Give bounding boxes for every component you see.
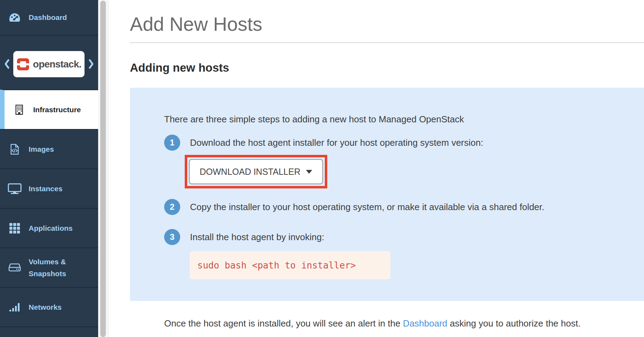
sidebar-item-networks[interactable]: Networks (0, 287, 98, 327)
grid-icon (8, 222, 22, 234)
sidebar-item-applications[interactable]: Applications (0, 208, 98, 248)
sidebar-item-instances[interactable]: Instances (0, 168, 98, 208)
step-2-badge: 2 (164, 199, 180, 215)
openstack-logo[interactable]: openstack. (13, 51, 85, 77)
building-icon (12, 104, 26, 116)
instructions-panel: There are three simple steps to adding a… (130, 88, 644, 301)
sidebar-next-item-partial (0, 327, 98, 337)
sidebar-item-images[interactable]: Images (0, 129, 98, 168)
chevron-right-icon[interactable] (88, 59, 94, 69)
sidebar-item-volumes-snapshots[interactable]: Volumes & Snapshots (0, 248, 98, 287)
sidebar-item-label: Instances (29, 183, 63, 195)
sidebar-item-label: Applications (29, 222, 73, 234)
gauge-icon (8, 12, 22, 23)
sidebar-item-infrastructure[interactable]: Infrastructure (0, 89, 98, 129)
red-highlight-annotation: DOWNLOAD INSTALLER (185, 155, 327, 188)
monitor-icon (8, 183, 22, 195)
step-3-row: 3 Install the host agent by invoking: (164, 229, 630, 245)
install-command-code: sudo bash <path to installer> (190, 251, 390, 279)
scrollbar-track (98, 0, 109, 337)
step-2-row: 2 Copy the installer to your host operat… (164, 199, 630, 215)
step-3-text: Install the host agent by invoking: (190, 232, 324, 243)
download-installer-button[interactable]: DOWNLOAD INSTALLER (189, 159, 323, 184)
panel-intro: There are three simple steps to adding a… (164, 113, 630, 126)
step-3-badge: 3 (164, 229, 180, 245)
sidebar-item-dashboard[interactable]: Dashboard (0, 0, 98, 35)
sidebar-item-label: Images (29, 143, 54, 155)
step-1-badge: 1 (164, 135, 180, 151)
footer-note: Once the host agent is installed, you wi… (164, 317, 630, 330)
signal-bars-icon (8, 302, 22, 312)
download-installer-label: DOWNLOAD INSTALLER (200, 167, 300, 177)
page-title: Add New Hosts (109, 0, 644, 34)
step-1-text: Download the host agent installer for yo… (190, 137, 483, 148)
caret-down-icon (306, 170, 312, 174)
sidebar-item-label: Infrastructure (33, 104, 81, 116)
footer-text-after: asking you to authorize the host. (447, 318, 581, 329)
sidebar-item-label: Volumes & Snapshots (29, 256, 93, 279)
step-2-text: Copy the installer to your host operatin… (190, 202, 544, 213)
chevron-left-icon[interactable] (4, 59, 10, 69)
sidebar-item-label: Dashboard (29, 12, 67, 23)
dashboard-link[interactable]: Dashboard (403, 318, 447, 329)
openstack-mark-icon (16, 58, 30, 71)
step-1-row: 1 Download the host agent installer for … (164, 135, 630, 151)
main-content: Add New Hosts Adding new hosts There are… (109, 0, 644, 337)
sidebar: Dashboard openstack. (0, 0, 98, 337)
footer-text-before: Once the host agent is installed, you wi… (164, 318, 403, 329)
section-title: Adding new hosts (109, 43, 644, 74)
drive-icon (8, 263, 22, 273)
file-code-icon (8, 143, 22, 155)
logo-carousel: openstack. (0, 35, 98, 89)
sidebar-item-label: Networks (29, 301, 62, 313)
openstack-wordmark: openstack. (33, 59, 81, 70)
scrollbar-thumb[interactable] (100, 1, 106, 337)
